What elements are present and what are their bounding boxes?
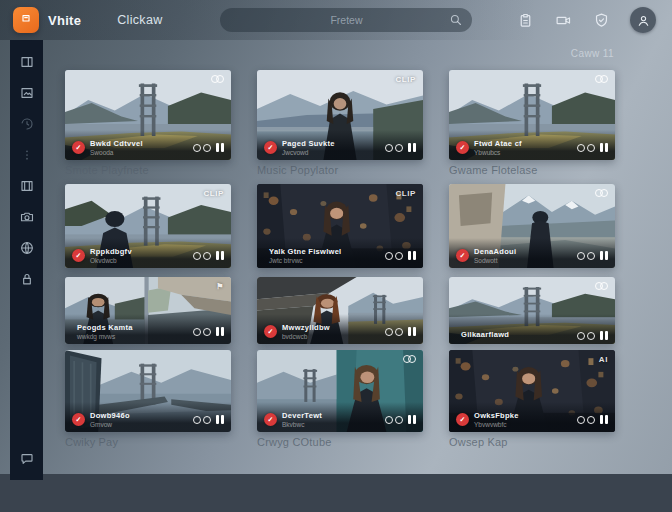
pause-icon[interactable]: [408, 251, 416, 260]
video-title: Paged Suvkte: [282, 140, 335, 149]
caption-row: Cwiky PayCrwyg COtubeOwsep Kap: [65, 436, 616, 448]
grid-row: ✓Dowb946oGmvow✓DeverTewtBkvbwcAI✓OwksFbp…: [65, 350, 616, 432]
pause-icon[interactable]: [600, 143, 608, 152]
ring-icon[interactable]: [577, 416, 585, 424]
search-input[interactable]: [220, 8, 472, 32]
ring-icon[interactable]: [203, 252, 211, 260]
sidebar-item-film-icon[interactable]: [18, 177, 36, 195]
video-title: Gilkaarflawd: [461, 331, 509, 340]
ring-icon[interactable]: [577, 252, 585, 260]
sidebar-item-lock-icon[interactable]: [18, 270, 36, 288]
pause-icon[interactable]: [216, 251, 224, 260]
brand-name: Vhite: [48, 13, 81, 28]
pause-icon[interactable]: [600, 415, 608, 424]
ring-icon[interactable]: [587, 332, 595, 340]
video-card[interactable]: ⚑Peogds Kamtawwkdg mvws: [65, 277, 231, 344]
video-card[interactable]: CLIP✓Paged SuvkteJwcvowd: [257, 70, 423, 160]
ring-icon[interactable]: [385, 144, 393, 152]
video-card[interactable]: ✓Ftwd Atae cfYbwubcs: [449, 70, 615, 160]
ring-icon[interactable]: [385, 252, 393, 260]
video-card[interactable]: ✓Mwwzylldbwbvdcwcb: [257, 277, 423, 344]
ring-icon[interactable]: [395, 144, 403, 152]
user-avatar[interactable]: [630, 7, 656, 33]
ring-icon[interactable]: [395, 328, 403, 336]
video-card[interactable]: ✓Dowb946oGmvow: [65, 350, 231, 432]
video-card[interactable]: ✓Bwkd CdtvvelSwooda: [65, 70, 231, 160]
sidebar-item-card-icon[interactable]: [18, 84, 36, 102]
video-card[interactable]: Gilkaarflawd: [449, 277, 615, 344]
channel-badge-icon: ✓: [456, 141, 469, 154]
channel-badge-icon: ✓: [264, 141, 277, 154]
video-title: Yalk Gtne Fiswlwel: [269, 248, 342, 257]
ring-icon[interactable]: [385, 328, 393, 336]
video-card[interactable]: CLIP✓RppkdbgfvOkvdwcb: [65, 184, 231, 268]
pause-icon[interactable]: [408, 415, 416, 424]
ring-icon[interactable]: [203, 328, 211, 336]
thumbnail-overlay: ✓DenaAdouiSodwott: [449, 238, 615, 268]
loop-icon: [595, 75, 608, 83]
search-icon[interactable]: [448, 12, 463, 31]
pause-icon[interactable]: [216, 327, 224, 336]
sidebar-item-dots-icon[interactable]: [18, 146, 36, 164]
ring-icon[interactable]: [193, 144, 201, 152]
grid-row: CLIP✓RppkdbgfvOkvdwcbCLIPYalk Gtne Fiswl…: [65, 184, 616, 268]
ring-icon: [216, 75, 224, 83]
ring-icon[interactable]: [395, 416, 403, 424]
video-card[interactable]: AI✓OwksFbpkeYbvwvwbfc: [449, 350, 615, 432]
video-subtitle: Jwtc btrvwc: [269, 257, 342, 264]
pause-icon[interactable]: [216, 143, 224, 152]
shield-check-icon[interactable]: [590, 9, 612, 31]
loop-icon: [595, 282, 608, 290]
video-subtitle: Bkvbwc: [282, 421, 322, 428]
search-bar[interactable]: [220, 8, 472, 32]
channel-badge-icon: ✓: [72, 413, 85, 426]
app-logo[interactable]: [13, 7, 39, 33]
video-card[interactable]: ✓DeverTewtBkvbwc: [257, 350, 423, 432]
pause-icon[interactable]: [600, 331, 608, 340]
menu-item[interactable]: Clickaw: [117, 13, 162, 27]
sidebar-item-chat-icon[interactable]: [18, 450, 36, 468]
ring-icon[interactable]: [385, 416, 393, 424]
pause-icon[interactable]: [408, 143, 416, 152]
ring-icon[interactable]: [193, 252, 201, 260]
thumbnail-overlay: ✓Dowb946oGmvow: [65, 402, 231, 432]
thumbnail-overlay: Peogds Kamtawwkdg mvws: [65, 314, 231, 344]
ring-icon[interactable]: [203, 416, 211, 424]
video-title: DenaAdoui: [474, 248, 516, 257]
ring-icon[interactable]: [587, 416, 595, 424]
ring-icon[interactable]: [577, 332, 585, 340]
sidebar-item-panel-icon[interactable]: [18, 53, 36, 71]
pause-icon[interactable]: [408, 327, 416, 336]
ring-icon[interactable]: [587, 252, 595, 260]
ring-icon[interactable]: [203, 144, 211, 152]
video-title: Peogds Kamta: [77, 324, 133, 333]
video-subtitle: Gmvow: [90, 421, 130, 428]
channel-badge-icon: ✓: [72, 249, 85, 262]
pause-icon[interactable]: [600, 251, 608, 260]
thumbnail-overlay: ✓Mwwzylldbwbvdcwcb: [257, 314, 423, 344]
sidebar-item-history-icon[interactable]: [18, 115, 36, 133]
ring-icon[interactable]: [193, 328, 201, 336]
pause-icon[interactable]: [216, 415, 224, 424]
flag-icon: ⚑: [216, 282, 224, 291]
ring-icon[interactable]: [395, 252, 403, 260]
sidebar-item-globe-icon[interactable]: [18, 239, 36, 257]
video-title: Ftwd Atae cf: [474, 140, 522, 149]
video-subtitle: bvdcwcb: [282, 333, 330, 340]
ring-icon[interactable]: [577, 144, 585, 152]
logo-icon: [18, 10, 34, 30]
video-title: Mwwzylldbw: [282, 324, 330, 333]
ring-icon[interactable]: [193, 416, 201, 424]
video-camera-icon[interactable]: [552, 9, 574, 31]
sidebar-item-camera-icon[interactable]: [18, 208, 36, 226]
video-card[interactable]: CLIPYalk Gtne FiswlwelJwtc btrvwc: [257, 184, 423, 268]
thumbnail-overlay: Yalk Gtne FiswlwelJwtc btrvwc: [257, 238, 423, 268]
clip-badge: CLIP: [203, 189, 224, 198]
clipboard-icon[interactable]: [514, 9, 536, 31]
video-card[interactable]: ✓DenaAdouiSodwott: [449, 184, 615, 268]
main-content: Caww 11 ✓Bwkd CdtvvelSwoodaCLIP✓Paged Su…: [56, 40, 672, 474]
ring-icon[interactable]: [587, 144, 595, 152]
topbar-actions: [514, 7, 656, 33]
ring-icon: [600, 75, 608, 83]
thumbnail-overlay: ✓Bwkd CdtvvelSwooda: [65, 130, 231, 160]
